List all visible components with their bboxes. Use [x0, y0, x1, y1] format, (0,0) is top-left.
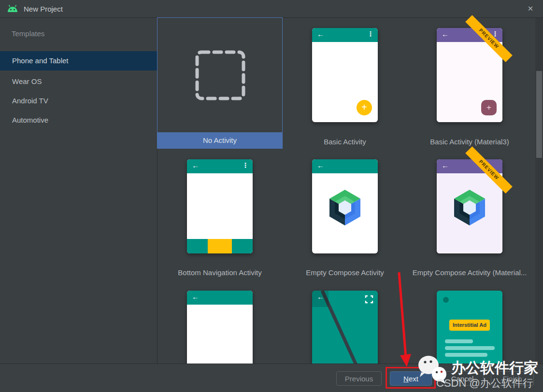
fab-add-icon: + [481, 100, 497, 115]
back-arrow-icon: ← [317, 161, 324, 169]
phone-appbar: ← [312, 159, 378, 173]
back-arrow-icon: ← [442, 161, 449, 169]
cancel-button[interactable]: Cancel [441, 371, 484, 386]
sidebar-item-phone-and-tablet[interactable]: Phone and Tablet [0, 51, 157, 70]
scrollbar-track [535, 18, 543, 364]
template-card-basic-activity-material3[interactable]: ← ⋮ PREVIEW + [437, 28, 502, 122]
back-arrow-icon: ← [442, 30, 449, 38]
finish-button[interactable]: Finish [491, 371, 534, 386]
text-placeholder-line [445, 339, 473, 343]
footer-bar: Previous Next Cancel Finish [0, 364, 543, 392]
back-arrow-icon: ← [192, 161, 199, 169]
titlebar: New Project ✕ [0, 0, 543, 18]
phone-appbar: ← ⋮ [187, 159, 253, 173]
jetpack-compose-icon [327, 187, 363, 228]
template-card-empty-compose-activity[interactable]: ← [312, 159, 378, 253]
card-label: Basic Activity (Material3) [406, 138, 533, 147]
jetpack-compose-icon [451, 187, 488, 228]
overflow-menu-icon: ⋮ [242, 161, 249, 169]
sidebar-item-android-tv[interactable]: Android TV [0, 91, 157, 111]
close-icon[interactable]: ✕ [526, 4, 535, 14]
sidebar-item-automotive[interactable]: Automotive [0, 111, 157, 130]
template-card-empty-compose-activity-material3[interactable]: ← PREVIEW [437, 159, 502, 253]
card-label: Basic Activity [281, 138, 409, 147]
fab-add-icon: + [357, 100, 372, 115]
card-label: Bottom Navigation Activity [156, 268, 284, 278]
card-label: Empty Compose Activity [281, 268, 409, 278]
card-label: Empty Compose Activity (Material... [406, 268, 533, 278]
overflow-menu-icon: ⋮ [367, 30, 374, 38]
fullscreen-icon [365, 295, 373, 304]
sidebar: Templates Phone and Tablet Wear OS Andro… [0, 18, 157, 364]
bottom-nav-bar [187, 239, 253, 253]
text-placeholder-line [445, 353, 487, 357]
text-placeholder-line [445, 346, 495, 350]
sidebar-item-wear-os[interactable]: Wear OS [0, 72, 157, 91]
previous-button[interactable]: Previous [336, 371, 382, 386]
selected-template-label: No Activity [157, 132, 282, 148]
back-arrow-icon: ← [317, 293, 324, 301]
phone-appbar: ← ⋮ [312, 28, 378, 42]
back-arrow-icon: ← [317, 30, 324, 38]
annotation-highlight-box [386, 367, 436, 389]
templates-section-label: Templates [12, 29, 44, 38]
android-logo-icon [7, 4, 18, 13]
template-card-bottom-navigation-activity[interactable]: ← ⋮ [187, 159, 253, 253]
scrollbar-thumb[interactable] [536, 71, 542, 158]
phone-appbar: ← [187, 291, 253, 305]
camera-dot-icon [443, 297, 449, 303]
interstitial-ad-chip: Interstitial Ad [449, 320, 490, 331]
back-arrow-icon: ← [192, 293, 199, 301]
template-card-no-activity[interactable]: No Activity [157, 17, 283, 149]
new-project-dialog: New Project ✕ Templates Phone and Tablet… [0, 0, 543, 392]
no-activity-icon [195, 50, 246, 101]
template-card-basic-activity[interactable]: ← ⋮ + [312, 28, 378, 122]
dialog-title: New Project [24, 5, 63, 13]
